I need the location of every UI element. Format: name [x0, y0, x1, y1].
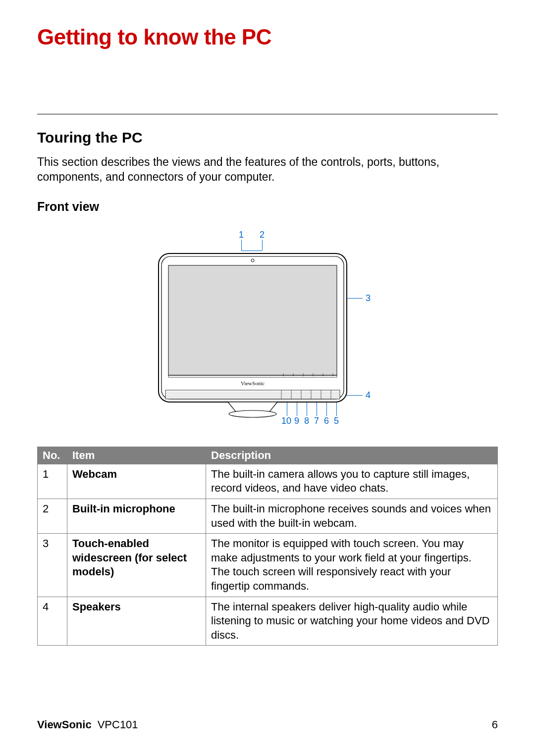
- svg-point-23: [229, 410, 276, 417]
- monitor-brand-text: ViewSonic: [241, 380, 265, 386]
- svg-rect-11: [165, 390, 340, 399]
- cell-item: Touch-enabled widescreen (for select mod…: [67, 534, 206, 597]
- cell-item: Webcam: [67, 464, 206, 499]
- monitor-illustration: ViewSonic: [154, 249, 352, 422]
- table-row: 1 Webcam The built-in camera allows you …: [38, 464, 498, 499]
- cell-desc: The monitor is equipped with touch scree…: [206, 534, 498, 597]
- col-desc: Description: [206, 447, 498, 464]
- cell-no: 2: [38, 499, 67, 533]
- footer-left: ViewSonicVPC101: [37, 718, 138, 731]
- footer-page-number: 6: [492, 718, 498, 731]
- footer-brand: ViewSonic: [37, 718, 92, 731]
- col-item: Item: [67, 447, 206, 464]
- cell-item: Built-in microphone: [67, 499, 206, 533]
- col-no: No.: [38, 447, 67, 464]
- table-header-row: No. Item Description: [38, 447, 498, 464]
- page-footer: ViewSonicVPC101 6: [37, 718, 498, 731]
- callout-2: 2: [260, 230, 265, 240]
- section-heading: Touring the PC: [37, 129, 498, 146]
- cell-no: 1: [38, 464, 67, 499]
- callout-4: 4: [366, 390, 371, 401]
- cell-no: 4: [38, 597, 67, 646]
- cell-desc: The built-in camera allows you to captur…: [206, 464, 498, 499]
- callout-3: 3: [366, 293, 371, 303]
- cell-desc: The internal speakers deliver high-quali…: [206, 597, 498, 646]
- subsection-heading: Front view: [37, 200, 498, 214]
- cell-no: 3: [38, 534, 67, 597]
- table-row: 2 Built-in microphone The built-in micro…: [38, 499, 498, 533]
- features-table: No. Item Description 1 Webcam The built-…: [37, 447, 498, 646]
- cell-desc: The built-in microphone receives sounds …: [206, 499, 498, 533]
- svg-rect-3: [168, 265, 337, 375]
- divider: [37, 114, 498, 114]
- page-title: Getting to know the PC: [37, 25, 498, 50]
- cell-item: Speakers: [67, 597, 206, 646]
- front-view-diagram: 1 2 3 4 10 9 8 7 6 5: [37, 234, 498, 432]
- section-description: This section describes the views and the…: [37, 155, 498, 185]
- table-row: 4 Speakers The internal speakers deliver…: [38, 597, 498, 646]
- table-row: 3 Touch-enabled widescreen (for select m…: [38, 534, 498, 597]
- footer-model: VPC101: [98, 718, 138, 731]
- callout-1: 1: [239, 230, 244, 240]
